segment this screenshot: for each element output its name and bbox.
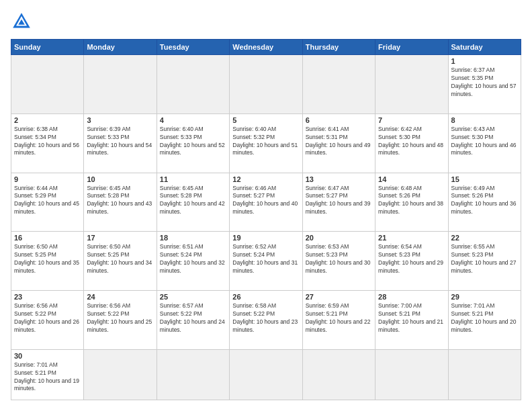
daylight-text: Daylight: 10 hours and 39 minutes.: [306, 200, 372, 216]
sunrise-text: Sunrise: 6:51 AM: [160, 243, 226, 251]
sunset-text: Sunset: 5:25 PM: [14, 251, 81, 259]
day-info: Sunrise: 6:57 AMSunset: 5:22 PMDaylight:…: [160, 302, 226, 334]
day-number: 13: [306, 175, 372, 183]
sunrise-text: Sunrise: 6:42 AM: [378, 126, 445, 134]
daylight-text: Daylight: 10 hours and 45 minutes.: [14, 200, 81, 216]
day-info: Sunrise: 6:45 AMSunset: 5:28 PMDaylight:…: [87, 185, 153, 217]
day-info: Sunrise: 6:37 AMSunset: 5:35 PMDaylight:…: [451, 66, 518, 99]
daylight-text: Daylight: 10 hours and 19 minutes.: [14, 377, 81, 394]
page: SundayMondayTuesdayWednesdayThursdayFrid…: [0, 0, 532, 411]
day-info: Sunrise: 7:01 AMSunset: 5:21 PMDaylight:…: [451, 302, 518, 334]
calendar-cell: [230, 55, 302, 114]
sunrise-text: Sunrise: 6:40 AM: [232, 126, 299, 134]
daylight-text: Daylight: 10 hours and 54 minutes.: [87, 142, 153, 158]
day-number: 1: [451, 57, 518, 65]
day-info: Sunrise: 6:44 AMSunset: 5:29 PMDaylight:…: [14, 185, 81, 217]
day-info: Sunrise: 6:45 AMSunset: 5:28 PMDaylight:…: [160, 185, 226, 217]
weekday-header-wednesday: Wednesday: [230, 40, 302, 55]
daylight-text: Daylight: 10 hours and 43 minutes.: [87, 200, 153, 216]
sunrise-text: Sunrise: 6:47 AM: [306, 185, 372, 193]
sunrise-text: Sunrise: 6:40 AM: [160, 126, 226, 134]
sunrise-text: Sunrise: 6:56 AM: [87, 302, 153, 310]
daylight-text: Daylight: 10 hours and 23 minutes.: [232, 318, 299, 334]
sunset-text: Sunset: 5:33 PM: [160, 134, 226, 142]
daylight-text: Daylight: 10 hours and 36 minutes.: [451, 200, 518, 216]
sunrise-text: Sunrise: 6:41 AM: [306, 126, 372, 134]
calendar-cell: [375, 55, 448, 114]
day-number: 15: [451, 175, 518, 183]
day-number: 2: [14, 116, 81, 124]
daylight-text: Daylight: 10 hours and 38 minutes.: [378, 200, 445, 216]
weekday-header-sunday: Sunday: [11, 40, 84, 55]
sunrise-text: Sunrise: 6:53 AM: [306, 243, 372, 251]
weekday-header-tuesday: Tuesday: [157, 40, 229, 55]
sunset-text: Sunset: 5:28 PM: [87, 192, 153, 200]
calendar-cell: 1Sunrise: 6:37 AMSunset: 5:35 PMDaylight…: [448, 55, 521, 114]
sunset-text: Sunset: 5:23 PM: [451, 251, 518, 259]
calendar-cell: 4Sunrise: 6:40 AMSunset: 5:33 PMDaylight…: [157, 113, 229, 173]
sunset-text: Sunset: 5:24 PM: [232, 251, 299, 259]
sunrise-text: Sunrise: 6:55 AM: [451, 243, 518, 251]
sunrise-text: Sunrise: 6:58 AM: [232, 302, 299, 310]
day-number: 29: [451, 293, 518, 301]
calendar-cell: 16Sunrise: 6:50 AMSunset: 5:25 PMDayligh…: [11, 232, 84, 291]
day-info: Sunrise: 6:42 AMSunset: 5:30 PMDaylight:…: [378, 126, 445, 158]
day-info: Sunrise: 6:55 AMSunset: 5:23 PMDaylight:…: [451, 243, 518, 275]
sunset-text: Sunset: 5:21 PM: [14, 369, 81, 377]
week-row-2: 9Sunrise: 6:44 AMSunset: 5:29 PMDaylight…: [11, 173, 521, 232]
daylight-text: Daylight: 10 hours and 25 minutes.: [87, 318, 153, 334]
sunrise-text: Sunrise: 7:01 AM: [451, 302, 518, 310]
day-info: Sunrise: 6:41 AMSunset: 5:31 PMDaylight:…: [306, 126, 372, 158]
daylight-text: Daylight: 10 hours and 35 minutes.: [14, 259, 81, 275]
week-row-4: 23Sunrise: 6:56 AMSunset: 5:22 PMDayligh…: [11, 291, 521, 350]
day-info: Sunrise: 6:52 AMSunset: 5:24 PMDaylight:…: [232, 243, 299, 275]
calendar-cell: [84, 349, 157, 400]
daylight-text: Daylight: 10 hours and 31 minutes.: [232, 259, 299, 275]
day-info: Sunrise: 6:38 AMSunset: 5:34 PMDaylight:…: [14, 126, 81, 158]
calendar-cell: 7Sunrise: 6:42 AMSunset: 5:30 PMDaylight…: [375, 113, 448, 173]
sunset-text: Sunset: 5:22 PM: [14, 310, 81, 318]
sunset-text: Sunset: 5:33 PM: [87, 134, 153, 142]
sunrise-text: Sunrise: 6:38 AM: [14, 126, 81, 134]
daylight-text: Daylight: 10 hours and 27 minutes.: [451, 259, 518, 275]
calendar-cell: [448, 349, 521, 400]
sunset-text: Sunset: 5:27 PM: [232, 192, 299, 200]
day-info: Sunrise: 6:58 AMSunset: 5:22 PMDaylight:…: [232, 302, 299, 334]
day-number: 7: [378, 116, 445, 124]
sunrise-text: Sunrise: 6:50 AM: [14, 243, 81, 251]
day-info: Sunrise: 6:49 AMSunset: 5:26 PMDaylight:…: [451, 185, 518, 217]
day-number: 20: [306, 234, 372, 242]
sunset-text: Sunset: 5:35 PM: [451, 75, 518, 83]
daylight-text: Daylight: 10 hours and 26 minutes.: [14, 318, 81, 334]
calendar-cell: 24Sunrise: 6:56 AMSunset: 5:22 PMDayligh…: [84, 291, 157, 350]
calendar-cell: [375, 349, 448, 400]
day-number: 17: [87, 234, 153, 242]
week-row-1: 2Sunrise: 6:38 AMSunset: 5:34 PMDaylight…: [11, 113, 521, 173]
day-number: 27: [306, 293, 372, 301]
day-info: Sunrise: 6:56 AMSunset: 5:22 PMDaylight:…: [14, 302, 81, 334]
calendar-cell: 9Sunrise: 6:44 AMSunset: 5:29 PMDaylight…: [11, 173, 84, 232]
sunrise-text: Sunrise: 6:54 AM: [378, 243, 445, 251]
logo-icon: [11, 11, 32, 32]
day-info: Sunrise: 6:50 AMSunset: 5:25 PMDaylight:…: [87, 243, 153, 275]
day-number: 25: [160, 293, 226, 301]
calendar-cell: 18Sunrise: 6:51 AMSunset: 5:24 PMDayligh…: [157, 232, 229, 291]
sunrise-text: Sunrise: 6:44 AM: [14, 185, 81, 193]
daylight-text: Daylight: 10 hours and 46 minutes.: [451, 142, 518, 158]
sunset-text: Sunset: 5:24 PM: [160, 251, 226, 259]
sunset-text: Sunset: 5:22 PM: [87, 310, 153, 318]
day-info: Sunrise: 6:56 AMSunset: 5:22 PMDaylight:…: [87, 302, 153, 334]
daylight-text: Daylight: 10 hours and 49 minutes.: [306, 142, 372, 158]
day-info: Sunrise: 6:43 AMSunset: 5:30 PMDaylight:…: [451, 126, 518, 158]
day-number: 10: [87, 175, 153, 183]
daylight-text: Daylight: 10 hours and 57 minutes.: [451, 83, 518, 99]
sunrise-text: Sunrise: 6:49 AM: [451, 185, 518, 193]
calendar-cell: 2Sunrise: 6:38 AMSunset: 5:34 PMDaylight…: [11, 113, 84, 173]
calendar-cell: 12Sunrise: 6:46 AMSunset: 5:27 PMDayligh…: [230, 173, 302, 232]
day-info: Sunrise: 7:00 AMSunset: 5:21 PMDaylight:…: [378, 302, 445, 334]
calendar-cell: [230, 349, 302, 400]
calendar-cell: 6Sunrise: 6:41 AMSunset: 5:31 PMDaylight…: [302, 113, 375, 173]
sunset-text: Sunset: 5:22 PM: [160, 310, 226, 318]
day-info: Sunrise: 6:40 AMSunset: 5:32 PMDaylight:…: [232, 126, 299, 158]
calendar-cell: 15Sunrise: 6:49 AMSunset: 5:26 PMDayligh…: [448, 173, 521, 232]
